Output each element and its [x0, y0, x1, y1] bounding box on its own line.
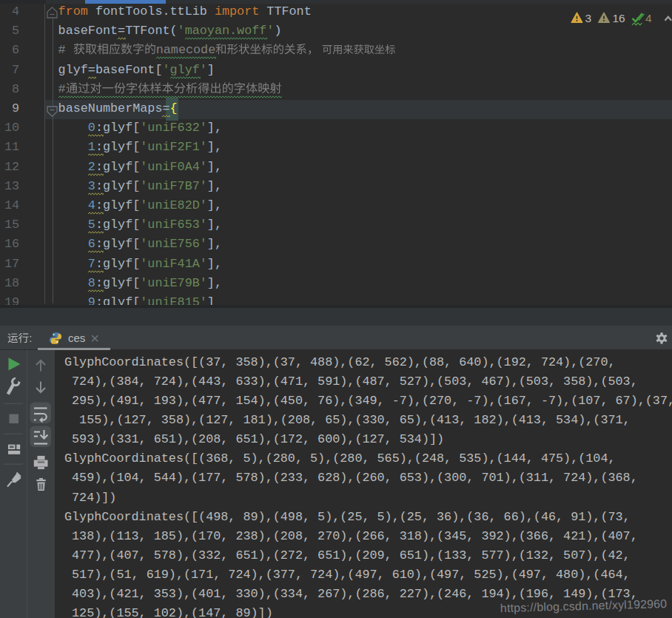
svg-text:4: 4 [645, 12, 652, 24]
svg-text:3: 3 [585, 12, 592, 24]
svg-text:16: 16 [613, 12, 625, 24]
